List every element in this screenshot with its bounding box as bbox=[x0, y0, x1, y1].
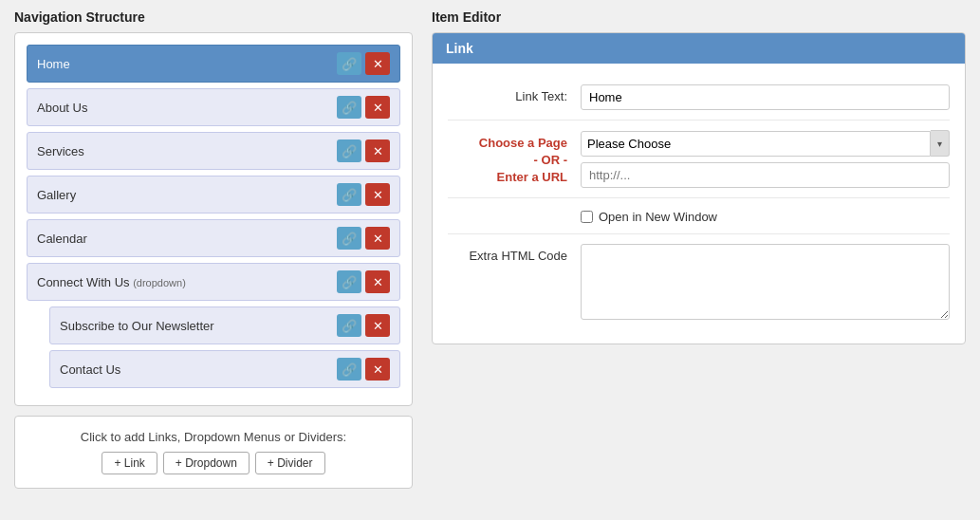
nav-item-contact[interactable]: Contact Us 🔗 ✕ bbox=[49, 350, 400, 388]
choose-page-label: Choose a Page- OR -Enter a URL bbox=[448, 130, 581, 187]
open-new-window-checkbox[interactable] bbox=[581, 211, 593, 223]
nav-item-contact-label: Contact Us bbox=[60, 362, 120, 377]
nav-item-connect[interactable]: Connect With Us (dropdown) 🔗 ✕ bbox=[27, 263, 400, 301]
nav-item-about-us-chain-button[interactable]: 🔗 bbox=[337, 96, 361, 119]
link-text-control bbox=[581, 84, 950, 110]
choose-page-control: Please Choose ▾ bbox=[581, 130, 950, 188]
nav-item-calendar[interactable]: Calendar 🔗 ✕ bbox=[27, 219, 400, 257]
nav-sub-items: Subscribe to Our Newsletter 🔗 ✕ Contact … bbox=[49, 306, 400, 388]
nav-item-services-delete-button[interactable]: ✕ bbox=[365, 139, 390, 162]
nav-item-home-chain-button[interactable]: 🔗 bbox=[337, 52, 361, 75]
open-new-window-label: Open in New Window bbox=[599, 210, 717, 224]
nav-item-subscribe[interactable]: Subscribe to Our Newsletter 🔗 ✕ bbox=[49, 306, 400, 344]
nav-item-home-delete-button[interactable]: ✕ bbox=[365, 52, 390, 75]
add-divider-button[interactable]: + Divider bbox=[255, 452, 325, 474]
nav-item-about-us-buttons: 🔗 ✕ bbox=[337, 96, 390, 119]
extra-html-row: Extra HTML Code bbox=[448, 234, 950, 332]
nav-item-gallery-delete-button[interactable]: ✕ bbox=[365, 183, 390, 206]
extra-html-textarea[interactable] bbox=[581, 244, 950, 320]
page-select[interactable]: Please Choose bbox=[581, 131, 931, 157]
choose-page-row: Choose a Page- OR -Enter a URL Please Ch… bbox=[448, 121, 950, 198]
nav-structure-box: Home 🔗 ✕ About Us 🔗 ✕ Services 🔗 bbox=[14, 32, 413, 406]
nav-item-gallery-chain-button[interactable]: 🔗 bbox=[337, 183, 361, 206]
nav-item-connect-delete-button[interactable]: ✕ bbox=[365, 270, 390, 293]
extra-html-label: Extra HTML Code bbox=[448, 244, 581, 263]
item-editor-content: Link Text: Choose a Page- OR -Enter a UR… bbox=[433, 64, 965, 344]
left-panel: Navigation Structure Home 🔗 ✕ About Us 🔗… bbox=[14, 9, 413, 489]
nav-item-calendar-label: Calendar bbox=[37, 232, 87, 246]
open-new-window-row: Open in New Window bbox=[448, 198, 950, 234]
extra-html-control bbox=[581, 244, 950, 323]
nav-item-connect-sublabel: (dropdown) bbox=[133, 277, 186, 288]
select-arrow-icon: ▾ bbox=[931, 130, 950, 157]
nav-item-contact-buttons: 🔗 ✕ bbox=[337, 358, 390, 381]
open-new-window-checkbox-row: Open in New Window bbox=[581, 208, 950, 224]
nav-item-home[interactable]: Home 🔗 ✕ bbox=[27, 45, 400, 83]
nav-item-subscribe-chain-button[interactable]: 🔗 bbox=[337, 314, 361, 337]
nav-item-about-us[interactable]: About Us 🔗 ✕ bbox=[27, 88, 400, 126]
nav-item-services[interactable]: Services 🔗 ✕ bbox=[27, 132, 400, 170]
nav-item-about-us-delete-button[interactable]: ✕ bbox=[365, 96, 390, 119]
add-links-box: Click to add Links, Dropdown Menus or Di… bbox=[14, 416, 413, 489]
nav-item-services-label: Services bbox=[37, 144, 84, 158]
item-editor-title: Item Editor bbox=[432, 9, 966, 25]
nav-item-home-label: Home bbox=[37, 57, 70, 71]
add-link-button[interactable]: + Link bbox=[102, 452, 157, 474]
link-text-input[interactable] bbox=[581, 84, 950, 110]
nav-item-services-buttons: 🔗 ✕ bbox=[337, 139, 390, 162]
link-text-row: Link Text: bbox=[448, 75, 950, 121]
add-links-text: Click to add Links, Dropdown Menus or Di… bbox=[28, 430, 398, 444]
nav-item-calendar-delete-button[interactable]: ✕ bbox=[365, 227, 390, 250]
nav-item-gallery-buttons: 🔗 ✕ bbox=[337, 183, 390, 206]
nav-item-connect-buttons: 🔗 ✕ bbox=[337, 270, 390, 293]
open-new-window-control: Open in New Window bbox=[581, 208, 950, 224]
add-dropdown-button[interactable]: + Dropdown bbox=[163, 452, 250, 474]
nav-item-subscribe-delete-button[interactable]: ✕ bbox=[365, 314, 390, 337]
item-editor-header: Link bbox=[433, 33, 965, 64]
nav-item-gallery[interactable]: Gallery 🔗 ✕ bbox=[27, 176, 400, 214]
link-text-label: Link Text: bbox=[448, 84, 581, 103]
nav-item-gallery-label: Gallery bbox=[37, 188, 76, 202]
nav-structure-title: Navigation Structure bbox=[14, 9, 413, 25]
add-links-buttons: + Link + Dropdown + Divider bbox=[28, 452, 398, 474]
nav-item-connect-label: Connect With Us (dropdown) bbox=[37, 275, 186, 289]
select-wrapper: Please Choose ▾ bbox=[581, 130, 950, 157]
nav-item-connect-chain-button[interactable]: 🔗 bbox=[337, 270, 361, 293]
nav-item-home-buttons: 🔗 ✕ bbox=[337, 52, 390, 75]
nav-item-subscribe-label: Subscribe to Our Newsletter bbox=[60, 319, 214, 333]
right-panel: Item Editor Link Link Text: Choose a Pag… bbox=[432, 9, 966, 344]
nav-item-about-us-label: About Us bbox=[37, 101, 87, 115]
url-input[interactable] bbox=[581, 162, 950, 188]
nav-item-contact-chain-button[interactable]: 🔗 bbox=[337, 358, 361, 381]
nav-item-calendar-buttons: 🔗 ✕ bbox=[337, 227, 390, 250]
nav-item-contact-delete-button[interactable]: ✕ bbox=[365, 358, 390, 381]
nav-item-services-chain-button[interactable]: 🔗 bbox=[337, 139, 361, 162]
item-editor-box: Link Link Text: Choose a Page- OR -Enter… bbox=[432, 32, 966, 344]
nav-item-subscribe-buttons: 🔗 ✕ bbox=[337, 314, 390, 337]
nav-item-calendar-chain-button[interactable]: 🔗 bbox=[337, 227, 361, 250]
open-new-window-empty-label bbox=[448, 208, 581, 213]
